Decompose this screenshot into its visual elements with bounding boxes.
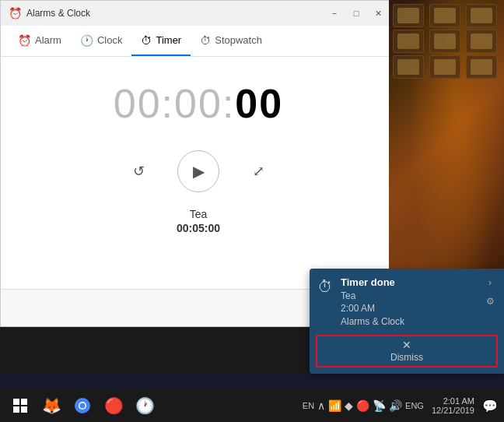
taskbar: 🦊 🔴 🕐 EN ∧ 📶 ◆ 🔴 📡 🔊 ENG 2:01 AM 12/21/2… bbox=[0, 389, 504, 422]
tv-grid bbox=[393, 4, 500, 79]
app-title: Alarms & Clock bbox=[26, 8, 90, 19]
tv-screen-6 bbox=[471, 33, 492, 49]
notification-time: 2:00 AM bbox=[341, 302, 496, 315]
tv-3 bbox=[466, 4, 497, 27]
timer-content: 00:00:00 ↺ ▶ ⤢ Tea 00:05:00 bbox=[1, 57, 396, 289]
tv-7 bbox=[393, 55, 424, 79]
play-icon: ▶ bbox=[193, 162, 205, 181]
taskbar-date: 12/21/2019 bbox=[432, 406, 474, 415]
notification-app: Alarms & Clock bbox=[341, 315, 496, 329]
taskbar-start-button[interactable] bbox=[6, 392, 34, 420]
timer-controls: ↺ ▶ ⤢ bbox=[123, 150, 274, 192]
taskbar-eng-label: ENG bbox=[405, 401, 424, 410]
tv-9 bbox=[466, 55, 497, 79]
tv-screen-2 bbox=[434, 8, 456, 23]
notification-timer-icon: ⏱ bbox=[317, 278, 333, 296]
taskbar-time: 2:01 AM bbox=[443, 396, 474, 406]
svg-point-14 bbox=[80, 403, 86, 409]
taskbar-up-arrow-icon[interactable]: ∧ bbox=[317, 399, 325, 412]
notification-arrow-icon[interactable]: › bbox=[482, 275, 498, 290]
timer-seconds: 00 bbox=[235, 81, 283, 126]
notification-top-actions: › ⚙ bbox=[482, 275, 498, 309]
clock-tab-label: Clock bbox=[97, 34, 123, 46]
tv-screen-4 bbox=[397, 33, 419, 49]
timer-name: Tea bbox=[177, 208, 220, 220]
systray: EN ∧ 📶 ◆ 🔴 📡 🔊 ENG bbox=[303, 399, 424, 412]
tv-6 bbox=[466, 30, 497, 53]
minimize-button[interactable]: − bbox=[324, 6, 345, 20]
svg-rect-9 bbox=[21, 399, 27, 405]
tv-4 bbox=[393, 30, 424, 53]
tv-5 bbox=[429, 30, 460, 53]
tv-2 bbox=[429, 4, 460, 27]
alarm-tab-icon: ⏰ bbox=[18, 34, 31, 47]
tv-screen-5 bbox=[434, 33, 456, 49]
window-controls: − □ ✕ bbox=[324, 6, 388, 20]
timer-tab-icon: ⏱ bbox=[141, 34, 152, 47]
stopwatch-tab-label: Stopwatch bbox=[215, 34, 262, 46]
taskbar-left: 🦊 🔴 🕐 bbox=[6, 392, 159, 420]
taskbar-clock[interactable]: 2:01 AM 12/21/2019 bbox=[429, 396, 478, 415]
taskbar-store-systray-icon[interactable]: 🔴 bbox=[356, 399, 369, 412]
tab-clock[interactable]: 🕐 Clock bbox=[71, 26, 132, 56]
tv-1 bbox=[393, 4, 424, 27]
alarm-tab-label: Alarm bbox=[35, 34, 61, 46]
reset-button[interactable]: ↺ bbox=[123, 156, 154, 187]
notification-dismiss-area: ✕ Dismiss bbox=[316, 335, 498, 367]
tv-screen-9 bbox=[471, 59, 492, 75]
taskbar-wifi-icon[interactable]: 📡 bbox=[373, 399, 386, 412]
notification-header: ⏱ Timer done Tea 2:00 AM Alarms & Clock … bbox=[310, 269, 504, 335]
taskbar-chrome-icon[interactable] bbox=[68, 392, 96, 420]
tv-screen-3 bbox=[471, 8, 492, 23]
timer-hhmm: 00:00: bbox=[114, 81, 236, 126]
tab-timer[interactable]: ⏱ Timer bbox=[131, 26, 191, 56]
expand-button[interactable]: ⤢ bbox=[243, 156, 274, 187]
svg-rect-10 bbox=[13, 406, 19, 413]
tv-8 bbox=[429, 55, 460, 79]
timer-tab-label: Timer bbox=[156, 34, 181, 46]
notification-title: Timer done bbox=[341, 276, 496, 288]
close-button[interactable]: ✕ bbox=[368, 6, 388, 20]
taskbar-lang: EN bbox=[303, 401, 314, 410]
notification-x-icon: ✕ bbox=[402, 339, 411, 350]
title-bar-left: ⏰ Alarms & Clock bbox=[9, 7, 90, 19]
notification-subtitle: Tea bbox=[341, 290, 496, 303]
tab-alarm[interactable]: ⏰ Alarm bbox=[9, 26, 71, 56]
title-bar: ⏰ Alarms & Clock − □ ✕ bbox=[1, 1, 396, 26]
timer-duration: 00:05:00 bbox=[177, 222, 220, 234]
nav-tabs: ⏰ Alarm 🕐 Clock ⏱ Timer ⏱ Stopwatch bbox=[1, 26, 396, 57]
notification-dismiss-inner: ✕ Dismiss bbox=[317, 336, 496, 366]
taskbar-firefox-icon[interactable]: 🦊 bbox=[37, 392, 65, 420]
timer-display: 00:00:00 bbox=[114, 80, 283, 127]
taskbar-dropbox-icon[interactable]: ◆ bbox=[345, 399, 353, 412]
tab-stopwatch[interactable]: ⏱ Stopwatch bbox=[191, 26, 271, 56]
taskbar-clock-icon[interactable]: 🕐 bbox=[131, 392, 159, 420]
taskbar-right: EN ∧ 📶 ◆ 🔴 📡 🔊 ENG 2:01 AM 12/21/2019 💬 bbox=[303, 396, 498, 415]
clock-tab-icon: 🕐 bbox=[80, 34, 93, 47]
tv-screen-7 bbox=[397, 59, 419, 75]
notification-settings-icon[interactable]: ⚙ bbox=[482, 294, 498, 309]
notification-toast: ⏱ Timer done Tea 2:00 AM Alarms & Clock … bbox=[310, 269, 504, 374]
play-button[interactable]: ▶ bbox=[177, 150, 219, 192]
notification-body: Timer done Tea 2:00 AM Alarms & Clock bbox=[341, 276, 496, 329]
svg-rect-11 bbox=[21, 406, 27, 413]
timer-label: Tea 00:05:00 bbox=[177, 208, 220, 234]
taskbar-network-icon[interactable]: 📶 bbox=[328, 399, 341, 412]
app-icon: ⏰ bbox=[9, 7, 22, 19]
maximize-button[interactable]: □ bbox=[346, 6, 366, 20]
taskbar-store-icon[interactable]: 🔴 bbox=[100, 392, 128, 420]
stopwatch-tab-icon: ⏱ bbox=[200, 34, 211, 47]
tv-screen-1 bbox=[397, 8, 419, 23]
taskbar-action-center-icon[interactable]: 💬 bbox=[482, 399, 498, 413]
tv-screen-8 bbox=[434, 59, 456, 75]
dismiss-button[interactable]: Dismiss bbox=[390, 352, 423, 363]
svg-rect-8 bbox=[13, 399, 19, 405]
taskbar-volume-icon[interactable]: 🔊 bbox=[389, 399, 402, 412]
